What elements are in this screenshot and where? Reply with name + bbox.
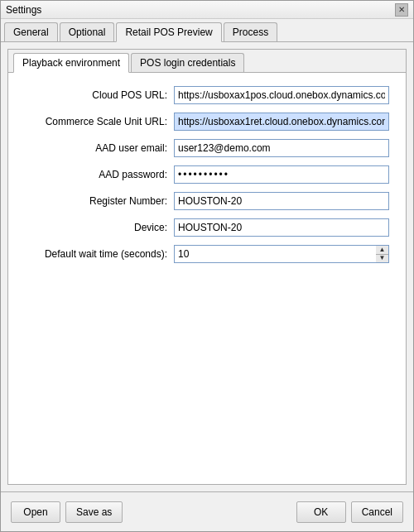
cloud-pos-url-input[interactable] [174, 86, 389, 104]
close-button[interactable]: ✕ [395, 3, 408, 17]
aad-user-email-input[interactable] [174, 139, 389, 157]
device-input[interactable] [174, 218, 389, 237]
footer-right: OK Cancel [296, 501, 403, 523]
tab-process[interactable]: Process [224, 22, 277, 41]
cancel-button[interactable]: Cancel [351, 501, 403, 523]
register-number-row: Register Number: [25, 192, 389, 210]
spinbox-up-button[interactable]: ▲ [376, 246, 388, 255]
spinbox-buttons: ▲ ▼ [376, 245, 389, 263]
tab-panel: Playback environment POS login credentia… [7, 49, 407, 485]
main-tab-bar: General Optional Retail POS Preview Proc… [1, 19, 413, 42]
device-row: Device: [25, 218, 389, 237]
tab-general[interactable]: General [4, 22, 58, 41]
settings-window: Settings ✕ General Optional Retail POS P… [0, 0, 414, 532]
cloud-pos-url-label: Cloud POS URL: [25, 89, 174, 101]
footer: Open Save as OK Cancel [1, 491, 413, 531]
spinbox-down-button[interactable]: ▼ [376, 255, 388, 263]
commerce-scale-unit-url-label: Commerce Scale Unit URL: [25, 116, 174, 127]
tab-optional[interactable]: Optional [60, 22, 115, 41]
default-wait-time-label: Default wait time (seconds): [25, 248, 174, 260]
tab-pos-login-credentials[interactable]: POS login credentials [131, 53, 244, 72]
save-as-button[interactable]: Save as [65, 501, 123, 523]
aad-password-input[interactable] [174, 165, 389, 184]
default-wait-time-row: Default wait time (seconds): ▲ ▼ [25, 245, 389, 263]
default-wait-time-spinbox: ▲ ▼ [174, 245, 389, 263]
tab-playback-environment[interactable]: Playback environment [13, 53, 129, 73]
content-area: Playback environment POS login credentia… [1, 42, 413, 491]
cloud-pos-url-row: Cloud POS URL: [25, 86, 389, 104]
commerce-scale-unit-url-row: Commerce Scale Unit URL: [25, 113, 389, 131]
register-number-input[interactable] [174, 192, 389, 210]
title-bar: Settings ✕ [1, 1, 413, 19]
tab-retail-pos-preview[interactable]: Retail POS Preview [116, 22, 221, 42]
inner-tab-bar: Playback environment POS login credentia… [8, 50, 406, 73]
device-label: Device: [25, 222, 174, 233]
form-area: Cloud POS URL: Commerce Scale Unit URL: … [8, 73, 406, 484]
commerce-scale-unit-url-input[interactable] [174, 113, 389, 131]
aad-user-email-row: AAD user email: [25, 139, 389, 157]
footer-left: Open Save as [11, 501, 123, 523]
aad-password-label: AAD password: [25, 169, 174, 180]
aad-user-email-label: AAD user email: [25, 142, 174, 154]
window-title: Settings [6, 4, 41, 16]
aad-password-row: AAD password: [25, 165, 389, 184]
ok-button[interactable]: OK [296, 501, 346, 523]
default-wait-time-input[interactable] [174, 245, 376, 263]
register-number-label: Register Number: [25, 195, 174, 207]
open-button[interactable]: Open [11, 501, 60, 523]
